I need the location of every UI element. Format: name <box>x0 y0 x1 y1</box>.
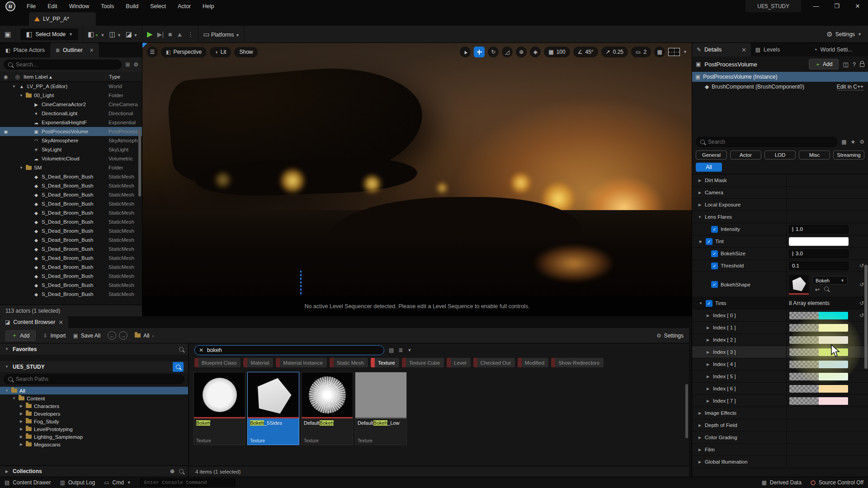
expander-icon[interactable]: ▶ <box>706 362 710 366</box>
blueprint-convert-icon[interactable]: ◫ <box>843 61 848 68</box>
expander-icon[interactable]: ▶ <box>706 350 710 354</box>
checkbox[interactable]: ✓ <box>711 250 718 257</box>
tints-index-3[interactable]: ▶Index [ 3 ] <box>692 346 868 358</box>
content-browser-settings-button[interactable]: ⚙Settings <box>656 333 684 339</box>
section-lens-flares[interactable]: ▼Lens Flares <box>692 211 868 223</box>
browse-to-asset-icon[interactable] <box>824 286 829 291</box>
folder-tree-item-lighting_samplemap[interactable]: ▶Lighting_Samplemap <box>0 433 188 441</box>
filter-chip-checked-out[interactable]: Checked Out <box>473 358 515 367</box>
filter-chip-texture[interactable]: Texture <box>371 358 399 367</box>
cmd-dropdown[interactable]: ▭Cmd▼ <box>104 479 131 486</box>
cinematics-dropdown[interactable]: ◪ ▼ <box>126 30 137 38</box>
expander-icon[interactable]: ▼ <box>12 396 16 400</box>
project-section-header[interactable]: ▼ UE5_STUDY <box>0 361 188 372</box>
expander-icon[interactable]: ▶ <box>698 191 702 195</box>
tints-index-4[interactable]: ▶Index [ 4 ] <box>692 358 868 371</box>
tint-color-swatch[interactable] <box>789 336 849 344</box>
expander-icon[interactable]: ▶ <box>19 435 24 439</box>
tint-color-swatch[interactable] <box>789 311 849 320</box>
level-viewport[interactable]: ☰ ◧Perspective ◑Lit Show ▲ ↻ ◿ ⊕ ◈ ▦100 … <box>142 43 692 316</box>
expander-icon[interactable]: ▶ <box>706 399 710 403</box>
search-icon[interactable] <box>179 469 184 474</box>
folder-tree-item-content[interactable]: ▼Content <box>0 394 188 402</box>
output-log-button[interactable]: ▥Output Log <box>60 479 95 486</box>
filter-chip-show-redirectors[interactable]: Show Redirectors <box>551 358 604 367</box>
bokehshape-asset-dropdown[interactable]: Bokeh▼ <box>812 276 848 285</box>
tint-color-swatch[interactable] <box>789 324 849 332</box>
settings-dropdown[interactable]: ⚙ Settings ▼ <box>826 30 868 38</box>
path-search-toggle-button[interactable] <box>173 362 184 372</box>
tints-index-5[interactable]: ▶Index [ 5 ] <box>692 371 868 383</box>
filter-all-button[interactable]: All <box>696 163 722 172</box>
close-icon[interactable]: ✕ <box>741 47 746 53</box>
outliner-row[interactable]: ☀SkyLightSkyLight <box>0 145 142 154</box>
expander-icon[interactable]: ▶ <box>706 326 710 330</box>
expander-icon[interactable]: ▶ <box>698 423 702 427</box>
help-icon[interactable]: ? <box>853 61 856 68</box>
section-image-effects[interactable]: ▶Image Effects <box>692 407 868 419</box>
show-dropdown[interactable]: Show <box>234 47 258 57</box>
chevron-down-icon[interactable]: ▼ <box>683 50 687 54</box>
outliner-row[interactable]: ◆S_Dead_Broom_BushStaticMesh <box>0 226 142 235</box>
details-filter-streaming[interactable]: Streaming <box>833 150 864 160</box>
tint-color-swatch[interactable] <box>789 372 849 381</box>
expander-icon[interactable]: ▶ <box>19 427 24 431</box>
surface-snapping-button[interactable]: ◈ <box>530 47 541 57</box>
console-command-input[interactable]: Enter Console Command <box>140 479 235 487</box>
scale-snap-control[interactable]: ↗0.25 <box>601 47 628 57</box>
expander-icon[interactable]: ▼ <box>5 389 9 393</box>
import-button[interactable]: ⇩Import <box>43 333 66 339</box>
tab-place-actors[interactable]: ◧ Place Actors <box>0 43 50 57</box>
outliner-scrollbar[interactable] <box>138 129 141 197</box>
details-filter-misc[interactable]: Misc <box>799 150 830 160</box>
asset-search-input[interactable]: ✕ bokeh <box>194 345 384 355</box>
section-color-grading[interactable]: ▶Color Grading <box>692 432 868 444</box>
tints-index-6[interactable]: ▶Index [ 6 ] <box>692 383 868 395</box>
expander-icon[interactable]: ▶ <box>19 442 24 446</box>
type-column[interactable]: Type <box>106 74 142 80</box>
prop-tint[interactable]: ▶✓Tint <box>692 235 868 248</box>
content-drawer-button[interactable]: ▤Content Drawer <box>5 479 51 486</box>
revert-icon[interactable]: ↺ <box>859 263 864 269</box>
expander-icon[interactable]: ▶ <box>698 239 703 244</box>
expander-icon[interactable]: ▶ <box>698 178 702 183</box>
checkbox[interactable]: ✓ <box>711 263 718 269</box>
outliner-row[interactable]: ▼▲LV_PP_A (Editor)World <box>0 82 142 91</box>
folder-tree-item-characters[interactable]: ▶Characters <box>0 402 188 410</box>
frame-skip-button[interactable]: ▶| <box>157 31 164 38</box>
tint-color-swatch[interactable] <box>789 385 849 393</box>
expander-icon[interactable]: ▼ <box>698 215 702 219</box>
display-options-icon[interactable]: ▦ <box>841 139 846 145</box>
asset-tile-defaultbokeh_low[interactable]: DefaultBokeh_LowTexture <box>355 372 407 445</box>
expander-icon[interactable]: ▶ <box>706 338 710 342</box>
folder-tree-item-fog_study[interactable]: ▶Fog_Study <box>0 418 188 425</box>
breadcrumb[interactable]: All› <box>135 333 154 339</box>
volume-gizmo-line[interactable] <box>300 271 302 296</box>
asset-tile-bokeh_5sides[interactable]: Bokeh_5SidesTexture <box>247 372 299 445</box>
filter-chip-static-mesh[interactable]: Static Mesh <box>330 358 368 367</box>
section-depth-of-field[interactable]: ▶Depth of Field <box>692 419 868 432</box>
viewport-layout-widget[interactable] <box>668 48 680 56</box>
tints-index-2[interactable]: ▶Index [ 2 ] <box>692 334 868 346</box>
prop-intensity[interactable]: ✓Intensity1.0 <box>692 223 868 235</box>
outliner-row[interactable]: ▼00_LightFolder <box>0 91 142 100</box>
menu-file[interactable]: File <box>21 0 42 12</box>
tints-index-7[interactable]: ▶Index [ 7 ] <box>692 395 868 407</box>
source-control-button[interactable]: Source Control Off <box>811 479 863 486</box>
outliner-row[interactable]: ◆S_Dead_Broom_BushStaticMesh <box>0 263 142 272</box>
prop-tints-array[interactable]: ▼✓Tints8 Array elements↺ <box>692 297 868 310</box>
menu-window[interactable]: Window <box>63 0 95 12</box>
maximize-button[interactable]: ❐ <box>826 0 847 12</box>
outliner-row[interactable]: ◆S_Dead_Broom_BushStaticMesh <box>0 290 142 299</box>
details-search-input[interactable]: Search <box>696 137 837 147</box>
tint-color-swatch[interactable] <box>789 397 849 405</box>
forward-button[interactable]: → <box>119 331 127 340</box>
back-button[interactable]: ← <box>108 331 116 340</box>
play-options-kebab-icon[interactable]: ⋮ <box>187 31 193 38</box>
select-mode-dropdown[interactable]: ◧ Select Mode ▼ <box>20 28 78 40</box>
eye-icon[interactable]: ◉ <box>0 129 12 134</box>
section-local-exposure[interactable]: ▶Local Exposure <box>692 199 868 211</box>
add-collection-icon[interactable]: ⊕ <box>170 468 175 474</box>
stop-button[interactable]: ■ <box>168 31 172 38</box>
collections-section-header[interactable]: ▶ Collections ⊕ <box>0 465 188 477</box>
